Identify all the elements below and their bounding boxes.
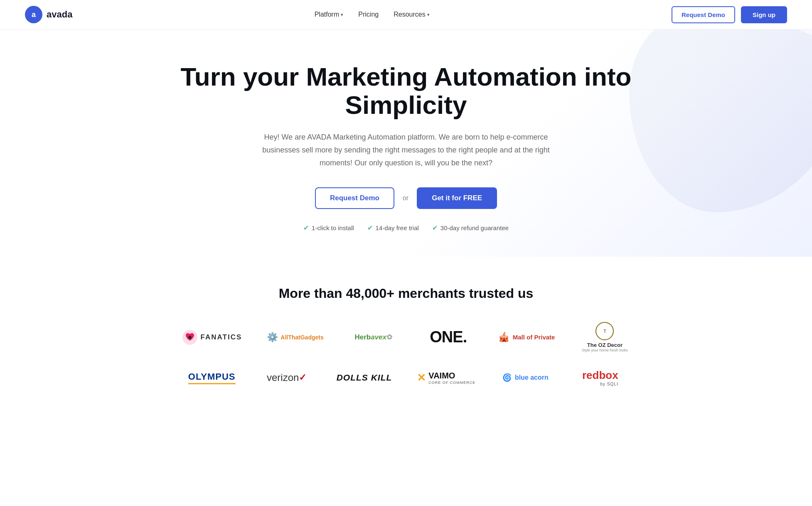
- badge-trial: ✔ 14-day free trial: [367, 224, 419, 232]
- badge-refund: ✔ 30-day refund guarantee: [432, 224, 509, 232]
- check-icon: ✔: [432, 224, 438, 232]
- redbox-logo: redbox by SQLI: [582, 369, 618, 386]
- hero-content: Turn your Marketing Automation into Simp…: [25, 63, 787, 232]
- hero-subheading: Hey! We are AVADA Marketing Automation p…: [248, 131, 564, 169]
- hero-cta: Request Demo or Get it for FREE: [25, 187, 787, 209]
- chevron-down-icon: ▾: [341, 12, 343, 17]
- hero-request-demo-button[interactable]: Request Demo: [315, 187, 394, 209]
- verizon-check-icon: ✓: [299, 372, 306, 383]
- check-icon: ✔: [367, 224, 373, 232]
- brand-logo-row-1: FANATICS ⚙️ AllThatGadgets Herbavex✿ ONE…: [25, 322, 787, 352]
- brand-logo-row-2: OLYMPUS verizon✓ DOLLS KILL ✕ VAIMO CORE…: [25, 369, 787, 386]
- list-item: verizon✓: [262, 372, 312, 383]
- signup-button[interactable]: Sign up: [741, 6, 787, 23]
- oz-circle-icon: T: [595, 322, 614, 340]
- verizon-logo: verizon✓: [267, 372, 306, 383]
- blue-acorn-logo: 🌀 blue acorn: [502, 373, 549, 382]
- fanatics-label: FANATICS: [201, 333, 242, 341]
- nav-actions: Request Demo Sign up: [672, 6, 787, 23]
- list-item: ✕ VAIMO CORE OF COMMERCE: [417, 371, 475, 385]
- site-header: a avada Platform ▾ Pricing Resources ▾ R…: [0, 0, 812, 29]
- herbavex-logo: Herbavex✿: [354, 333, 392, 341]
- list-item: Herbavex✿: [349, 333, 399, 341]
- nav-resources[interactable]: Resources ▾: [394, 11, 429, 18]
- hero-badges: ✔ 1-click to install ✔ 14-day free trial…: [25, 224, 787, 232]
- list-item: FANATICS: [182, 330, 242, 345]
- hero-section: Turn your Marketing Automation into Simp…: [0, 29, 812, 257]
- list-item: DOLLS KILL: [337, 373, 392, 383]
- olympus-logo: OLYMPUS: [188, 371, 236, 384]
- mall-icon: 🎪: [498, 332, 509, 343]
- svg-text:a: a: [32, 10, 36, 19]
- list-item: OLYMPUS: [187, 371, 237, 384]
- avada-logo-icon: a: [25, 6, 42, 23]
- request-demo-button[interactable]: Request Demo: [672, 6, 735, 23]
- fanatics-logo: FANATICS: [182, 330, 242, 345]
- logo[interactable]: a avada: [25, 6, 72, 23]
- dolls-kill-logo: DOLLS KILL: [337, 373, 392, 383]
- logo-text: avada: [47, 9, 72, 20]
- one-logo: ONE.: [430, 328, 467, 346]
- oz-decor-logo: T The OZ Decor Style your home fresh loo…: [582, 322, 628, 352]
- list-item: ⚙️ AllThatGadgets: [267, 332, 323, 343]
- badge-install: ✔ 1-click to install: [303, 224, 354, 232]
- list-item: 🎪 Mall of Private: [498, 332, 555, 343]
- vaimo-logo: ✕ VAIMO CORE OF COMMERCE: [417, 371, 475, 385]
- fanatics-heart-icon: [182, 330, 197, 345]
- main-nav: Platform ▾ Pricing Resources ▾: [315, 11, 430, 18]
- chevron-down-icon: ▾: [427, 12, 430, 17]
- list-item: ONE.: [423, 328, 473, 346]
- list-item: 🌀 blue acorn: [500, 373, 550, 382]
- list-item: redbox by SQLI: [575, 369, 625, 386]
- hero-heading: Turn your Marketing Automation into Simp…: [177, 63, 635, 119]
- mall-of-private-logo: 🎪 Mall of Private: [498, 332, 555, 343]
- cta-or-text: or: [403, 194, 408, 202]
- vaimo-x-icon: ✕: [417, 371, 426, 384]
- acorn-icon: 🌀: [502, 373, 512, 382]
- trusted-title: More than 48,000+ merchants trusted us: [25, 286, 787, 301]
- allthat-logo: ⚙️ AllThatGadgets: [267, 332, 323, 343]
- nav-platform[interactable]: Platform ▾: [315, 11, 344, 18]
- list-item: T The OZ Decor Style your home fresh loo…: [580, 322, 630, 352]
- svg-rect-4: [188, 337, 192, 338]
- get-it-free-button[interactable]: Get it for FREE: [417, 187, 497, 209]
- check-icon: ✔: [303, 224, 309, 232]
- trusted-section: More than 48,000+ merchants trusted us F…: [0, 257, 812, 424]
- nav-pricing[interactable]: Pricing: [358, 11, 379, 18]
